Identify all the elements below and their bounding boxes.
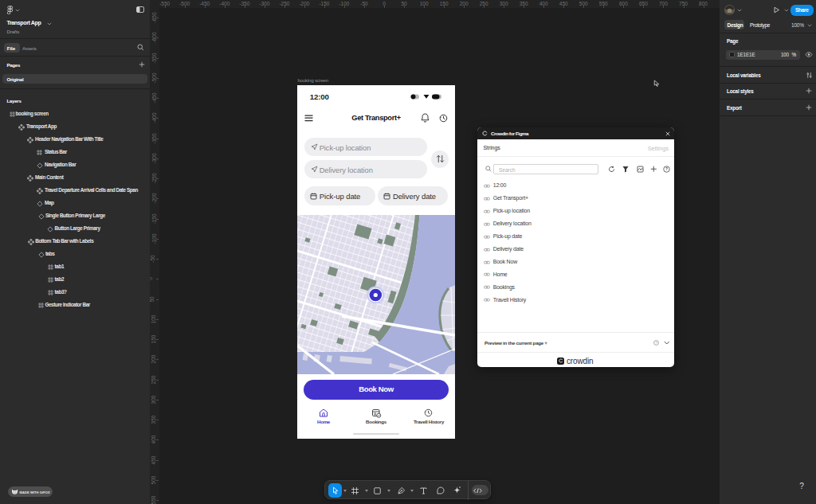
svg-text:?: ?	[665, 167, 668, 171]
svg-text:?: ?	[655, 342, 657, 345]
